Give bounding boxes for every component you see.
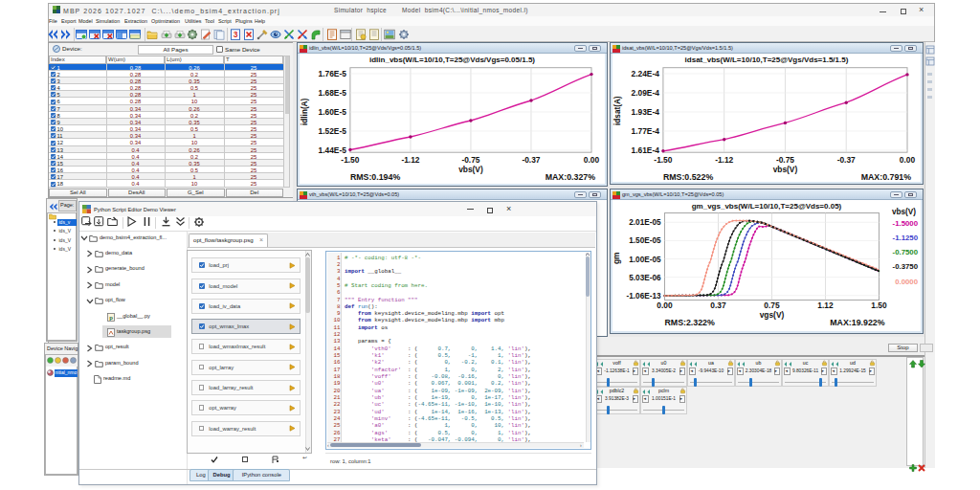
svg-text:-0.37: -0.37 [522,155,540,165]
svg-text:0.00: 0.00 [657,301,673,310]
svg-text:-0.3750: -0.3750 [893,262,919,271]
svg-text:-1.06E-13: -1.06E-13 [627,292,661,301]
svg-text:-1.50: -1.50 [341,155,359,165]
svg-text:MAX:19.922%: MAX:19.922% [830,318,884,327]
svg-text:5.03E-06: 5.03E-06 [629,274,661,282]
svg-text:RMS:0.522%: RMS:0.522% [663,172,713,182]
svg-text:3: 3 [234,30,238,39]
svg-text:0.37: 0.37 [710,301,726,310]
svg-text:1.50: 1.50 [871,301,887,310]
svg-text:p: p [109,315,113,321]
svg-text:0.00: 0.00 [584,155,600,165]
svg-text:-0.75: -0.75 [461,155,479,165]
svg-text:-0.75: -0.75 [776,155,794,165]
svg-text:1.76E-5: 1.76E-5 [319,69,347,78]
svg-text:vbs(V): vbs(V) [892,208,916,216]
svg-text:-1.1250: -1.1250 [893,234,919,242]
svg-text:0.0000: 0.0000 [895,278,919,286]
svg-text:1.61E-4: 1.61E-4 [632,145,660,155]
svg-text:1.50E-05: 1.50E-05 [629,236,661,245]
svg-text:vgs(V): vgs(V) [760,310,785,320]
svg-text:idsat(A): idsat(A) [613,96,622,125]
svg-text:1.77E-4: 1.77E-4 [632,126,660,136]
svg-text:idsat_vbs(W/L=10/10,T=25@Vgs/V: idsat_vbs(W/L=10/10,T=25@Vgs/Vds=1.5/1.5… [685,56,849,64]
svg-text:0.75: 0.75 [764,301,780,310]
svg-text:0.00: 0.00 [900,155,916,165]
svg-text:1.52E-5: 1.52E-5 [319,126,347,136]
svg-text:-0.37: -0.37 [837,155,856,165]
svg-text:idlin_vbs(W/L=10/10,T=25@Vds/V: idlin_vbs(W/L=10/10,T=25@Vds/Vgs=0.05/1.… [369,56,535,64]
svg-text:1.12: 1.12 [817,301,834,310]
svg-text:1.60E-5: 1.60E-5 [319,107,347,117]
svg-text:idlin(A): idlin(A) [301,98,309,124]
svg-text:gm_vgs_vbs(W/L=10/10,T=25@Vds=: gm_vgs_vbs(W/L=10/10,T=25@Vds=0.05) [692,202,842,211]
svg-text:-1.5000: -1.5000 [893,219,919,228]
svg-text:2.01E-05: 2.01E-05 [629,218,661,227]
svg-text:1.93E-4: 1.93E-4 [632,107,660,117]
svg-text:-1.50: -1.50 [654,155,672,165]
svg-text:1.68E-5: 1.68E-5 [319,88,347,98]
svg-text:MAX:0.791%: MAX:0.791% [861,172,911,182]
svg-text:2.24E-4: 2.24E-4 [632,69,660,78]
svg-text:1.00E-05: 1.00E-05 [629,256,661,264]
svg-text:1.44E-5: 1.44E-5 [319,145,347,155]
svg-text:gm: gm [612,252,621,264]
svg-text:vbs(V): vbs(V) [458,165,483,174]
svg-text:-0.7500: -0.7500 [893,248,919,256]
svg-text:-1.12: -1.12 [401,155,419,165]
svg-text:RMS:2.322%: RMS:2.322% [665,318,715,327]
svg-text:RMS:0.194%: RMS:0.194% [350,172,400,182]
svg-text:MAX:0.327%: MAX:0.327% [546,172,595,182]
svg-text:2.09E-4: 2.09E-4 [632,88,660,98]
svg-text:vbs(V): vbs(V) [773,165,798,174]
svg-text:-1.12: -1.12 [715,155,733,165]
